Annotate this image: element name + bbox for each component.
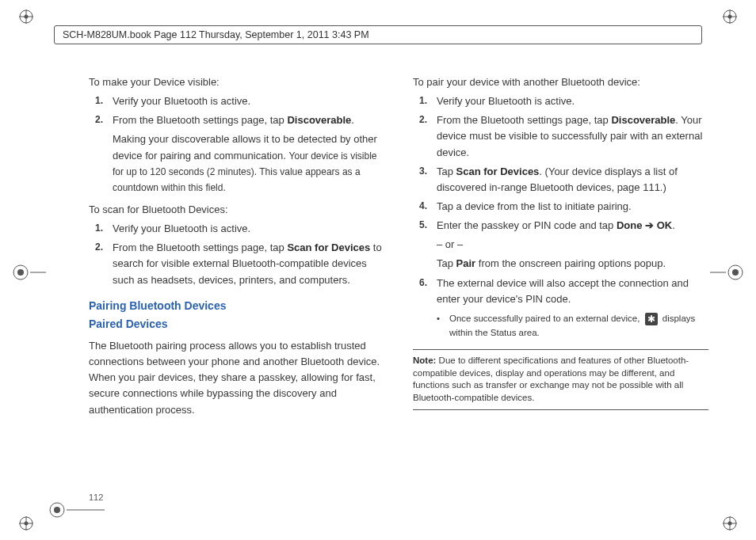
or-separator: – or – xyxy=(437,237,708,253)
list-text: Enter the passkey or PIN code and tap Do… xyxy=(437,218,708,272)
list-number: 3. xyxy=(413,164,427,196)
section-heading: Paired Devices xyxy=(89,316,384,333)
list-number: 2. xyxy=(89,240,103,287)
svg-point-17 xyxy=(17,269,24,276)
ordered-list: 1. Verify your Bluetooth is active. 2. F… xyxy=(89,221,384,288)
ui-term: Done xyxy=(617,219,643,231)
list-text: Tap a device from the list to initiate p… xyxy=(437,199,708,215)
list-subtext: Tap Pair from the onscreen pairing optio… xyxy=(437,256,708,272)
intro-text: To pair your device with another Bluetoo… xyxy=(413,74,708,90)
cropmark-ornament-icon xyxy=(723,10,737,24)
list-number: 1. xyxy=(413,93,427,109)
note-label: Note: xyxy=(413,356,436,365)
list-item: 1. Verify your Bluetooth is active. xyxy=(89,221,384,237)
list-text: From the Bluetooth settings page, tap Di… xyxy=(113,112,384,196)
note-body: Due to different specifications and feat… xyxy=(413,356,689,402)
list-item: 1. Verify your Bluetooth is active. xyxy=(89,93,384,109)
bluetooth-icon xyxy=(645,313,658,325)
list-number: 2. xyxy=(89,112,103,196)
page-number: 112 xyxy=(89,492,103,502)
list-subtext: Making your discoverable allows it to be… xyxy=(113,131,384,196)
register-mark-icon xyxy=(11,261,46,283)
left-column: To make your Device visible: 1. Verify y… xyxy=(89,71,384,485)
list-text: From the Bluetooth settings page, tap Di… xyxy=(437,112,708,160)
list-text: Verify your Bluetooth is active. xyxy=(437,93,708,109)
right-column: To pair your device with another Bluetoo… xyxy=(413,71,708,485)
list-item: 2. From the Bluetooth settings page, tap… xyxy=(89,240,384,287)
intro-text: To make your Device visible: xyxy=(89,74,384,90)
section-heading: Pairing Bluetooth Devices xyxy=(89,298,384,315)
crop-header-text: SCH-M828UM.book Page 112 Thursday, Septe… xyxy=(63,29,369,40)
list-item: 2. From the Bluetooth settings page, tap… xyxy=(413,112,708,160)
ui-term: Discoverable xyxy=(611,114,675,126)
crop-header-line: SCH-M828UM.book Page 112 Thursday, Septe… xyxy=(54,25,702,44)
list-text: From the Bluetooth settings page, tap Sc… xyxy=(113,240,384,287)
list-number: 2. xyxy=(413,112,427,160)
bullet-icon: • xyxy=(437,312,443,340)
intro-text: To scan for Bluetooth Devices: xyxy=(89,202,384,218)
list-number: 5. xyxy=(413,218,427,272)
register-mark-icon xyxy=(48,499,105,521)
ordered-list: 1. Verify your Bluetooth is active. 2. F… xyxy=(89,93,384,196)
register-mark-icon xyxy=(710,261,745,283)
sub-bullet: • Once successfully paired to an externa… xyxy=(437,312,708,340)
svg-point-23 xyxy=(54,507,60,513)
ui-term: OK xyxy=(657,219,673,231)
list-item: 5. Enter the passkey or PIN code and tap… xyxy=(413,218,708,272)
list-number: 1. xyxy=(89,221,103,237)
cropmark-ornament-icon xyxy=(723,516,737,530)
list-number: 6. xyxy=(413,276,427,340)
note-block: Note: Due to different specifications an… xyxy=(413,349,708,409)
ordered-list: 1. Verify your Bluetooth is active. 2. F… xyxy=(413,93,708,340)
cropmark-ornament-icon xyxy=(19,10,33,24)
list-text: The external device will also accept the… xyxy=(437,276,708,340)
list-text: Verify your Bluetooth is active. xyxy=(113,93,384,109)
list-number: 4. xyxy=(413,199,427,215)
ui-term: Scan for Devices xyxy=(287,241,370,253)
list-item: 3. Tap Scan for Devices. (Your device di… xyxy=(413,164,708,196)
page-body: To make your Device visible: 1. Verify y… xyxy=(89,71,708,485)
list-text: Tap Scan for Devices. (Your device displ… xyxy=(437,164,708,196)
list-item: 6. The external device will also accept … xyxy=(413,276,708,340)
list-item: 4. Tap a device from the list to initiat… xyxy=(413,199,708,215)
arrow-icon: ➔ xyxy=(642,219,656,231)
ui-term: Scan for Devices xyxy=(456,165,540,177)
cropmark-ornament-icon xyxy=(19,516,33,530)
list-text: Verify your Bluetooth is active. xyxy=(113,221,384,237)
list-item: 1. Verify your Bluetooth is active. xyxy=(413,93,708,109)
svg-point-21 xyxy=(732,269,739,276)
list-item: 2. From the Bluetooth settings page, tap… xyxy=(89,112,384,196)
list-number: 1. xyxy=(89,93,103,109)
ui-term: Discoverable xyxy=(287,114,351,126)
ui-term: Pair xyxy=(456,257,476,269)
body-paragraph: The Bluetooth pairing process allows you… xyxy=(89,338,384,418)
